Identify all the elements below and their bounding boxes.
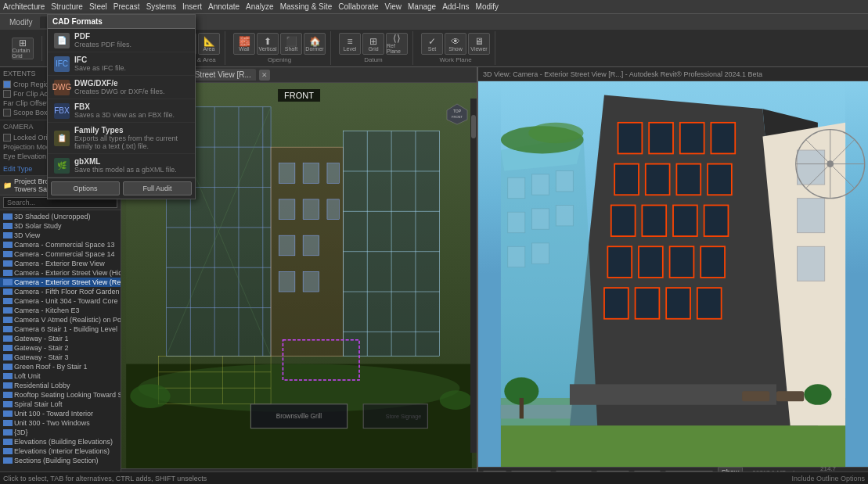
tree-item-3d-curly[interactable]: {3D} (0, 428, 121, 437)
ribbon-group-datum: ≡ Level ⊞ Grid ⟨⟩ Ref Plane Datum (334, 31, 413, 65)
pdf-icon: 📄 (54, 33, 70, 48)
menu-annotate[interactable]: Annotate (208, 2, 240, 11)
tree-item-loft-unit[interactable]: Loft Unit (0, 371, 121, 381)
tree-item-cam-unit304[interactable]: Camera - Unit 304 - Toward Core (0, 296, 121, 306)
dropdown-item-gbxml[interactable]: 🌿 gbXML Save this model as a gbXML file. (48, 154, 195, 177)
viewport-close-btn[interactable]: ✕ (259, 70, 270, 81)
tree-item-unit100[interactable]: Unit 100 - Toward Interior (0, 409, 121, 418)
menu-collaborate[interactable]: Collaborate (338, 2, 378, 11)
menu-manage[interactable]: Manage (408, 2, 436, 11)
svg-rect-68 (704, 205, 729, 236)
ribbon-btn-area[interactable]: 📐 Area (198, 33, 220, 55)
svg-point-102 (804, 384, 831, 404)
tree-icon (3, 223, 13, 229)
tree-icon (3, 232, 13, 238)
tree-item-elevations-building[interactable]: Elevations (Building Elevations) (0, 437, 121, 446)
tree-item-unit300[interactable]: Unit 300 - Two Windows (0, 418, 121, 428)
set-icon: ✓ (428, 37, 436, 46)
ribbon-btn-vertical[interactable]: ⬆ Vertical (257, 33, 279, 55)
dropdown-item-ifc[interactable]: IFC IFC Save as IFC file. (48, 52, 195, 76)
dropdown-item-dwg[interactable]: DWG DWG/DXF/e Creates DWG or DXF/e files… (48, 76, 195, 99)
scrollbar-thumb[interactable] (471, 115, 476, 138)
front-label: FRONT (278, 89, 320, 102)
tree-item-cam-v-atmed[interactable]: Camera V Atmed (Realistic) on Point Clou… (0, 315, 121, 324)
ribbon-btn-set[interactable]: ✓ Set (421, 33, 443, 55)
menu-addins[interactable]: Add-Ins (442, 2, 469, 11)
locked-orientation-checkbox[interactable] (3, 134, 11, 142)
tab-modify[interactable]: Modify (3, 16, 38, 28)
tree-item-green-roof[interactable]: Green Roof - By Stair 1 (0, 362, 121, 371)
include-options[interactable]: Include Outline Options (791, 475, 865, 482)
tree-item-gateway-stair3[interactable]: Gateway - Stair 3 (0, 353, 121, 362)
svg-rect-57 (618, 123, 643, 154)
tree-icon (3, 439, 13, 445)
tree-item-cam-comm14[interactable]: Camera - Commercial Space 14 (0, 249, 121, 259)
tree-item-3d-shaded[interactable]: 3D Shaded (Uncropped) (0, 212, 121, 221)
menu-structure[interactable]: Structure (51, 2, 83, 11)
crop-region-checkbox[interactable] (3, 81, 11, 88)
viewport-scrollbar-v[interactable] (470, 99, 477, 453)
tree-item-gateway-stair2[interactable]: Gateway - Stair 2 (0, 343, 121, 353)
svg-text:Brownsville Grill: Brownsville Grill (276, 413, 322, 420)
tree-item-cam-exterior-hidden[interactable]: Camera - Exterior Street View (Hidden) (0, 268, 121, 278)
ribbon-btn-curtain-grid[interactable]: ⊞ Curtain Grid (12, 38, 34, 59)
ribbon-btn-level[interactable]: ≡ Level (339, 33, 361, 55)
svg-rect-22 (279, 199, 295, 220)
project-tree: 3D Shaded (Uncropped) 3D Solar Study 3D … (0, 210, 121, 471)
menu-architecture[interactable]: Architecture (3, 2, 45, 11)
tree-item-cam-exterior-brew[interactable]: Camera - Exterior Brew View (0, 259, 121, 268)
svg-rect-65 (611, 205, 636, 236)
tree-icon (3, 364, 13, 370)
ribbon-btn-dormer[interactable]: 🏠 Dormer (304, 33, 326, 55)
top-menubar: Architecture Structure Steel Precast Sys… (0, 0, 868, 14)
dropdown-item-family[interactable]: 📋 Family Types Exports all types from th… (48, 123, 195, 154)
menu-massing[interactable]: Massing & Site (280, 2, 333, 11)
tree-item-cam-exterior-ready[interactable]: Camera - Exterior Street View (Ready) (0, 278, 121, 287)
tree-item-residential[interactable]: Residential Lobby (0, 381, 121, 390)
ribbon-btn-wall[interactable]: 🧱 Wall (233, 33, 255, 55)
grid-icon: ⊞ (369, 37, 377, 46)
right-viewport-canvas[interactable] (478, 81, 868, 467)
tree-item-cam-comm13[interactable]: Camera - Commercial Space 13 (0, 240, 121, 249)
tree-item-cam-kitchen[interactable]: Camera - Kitchen E3 (0, 306, 121, 315)
ribbon-btn-show[interactable]: 👁 Show (445, 33, 466, 55)
options-button[interactable]: Options (51, 181, 120, 195)
tree-item-elevations-interior[interactable]: Elevations (Interior Elevations) (0, 446, 121, 456)
tree-item-cam-fifth[interactable]: Camera - Fifth Floor Roof Garden (0, 287, 121, 296)
svg-point-104 (528, 123, 583, 143)
menu-view[interactable]: View (384, 2, 402, 11)
far-clip-label: Far Clip Offset (3, 99, 49, 107)
edit-type-link[interactable]: Edit Type (3, 165, 32, 173)
eye-elevation-label: Eye Elevation (3, 152, 46, 160)
area-icon: 📐 (203, 37, 215, 46)
tree-item-gateway-stair1[interactable]: Gateway - Stair 1 (0, 334, 121, 343)
tree-item-sections[interactable]: Sections (Building Section) (0, 456, 121, 465)
tree-item-spiral[interactable]: Spiral Stair Loft (0, 400, 121, 409)
tree-icon (3, 420, 13, 426)
svg-rect-82 (508, 212, 525, 232)
shaft-icon: ⬛ (286, 37, 297, 46)
menu-systems[interactable]: Systems (146, 2, 176, 11)
ribbon-btn-grid[interactable]: ⊞ Grid (362, 33, 384, 55)
menu-modify[interactable]: Modify (476, 2, 499, 11)
menu-insert[interactable]: Insert (182, 2, 202, 11)
scope-box-checkbox[interactable] (3, 109, 11, 117)
menu-analyze[interactable]: Analyze (246, 2, 274, 11)
nav-cube[interactable]: TOP FRONT (445, 102, 469, 127)
dropdown-item-pdf[interactable]: 📄 PDF Creates PDF files. (48, 29, 195, 52)
ribbon-btn-shaft[interactable]: ⬛ Shaft (280, 33, 302, 55)
svg-rect-85 (508, 246, 525, 267)
svg-point-50 (440, 390, 472, 410)
tree-item-3d-solar[interactable]: 3D Solar Study (0, 221, 121, 231)
ribbon-btn-viewer[interactable]: 🖥 Viewer (468, 33, 490, 55)
full-audit-button[interactable]: Full Audit (123, 181, 192, 195)
tree-item-rooftop[interactable]: Rooftop Seating Looking Toward Sundance (0, 390, 121, 400)
tree-item-cam-6-stair[interactable]: Camera 6 Stair 1 - Building Level (0, 324, 121, 334)
dropdown-item-fbx[interactable]: FBX FBX Saves a 3D view as an FBX file. (48, 99, 195, 123)
tree-icon (3, 373, 13, 379)
clip-active-checkbox[interactable] (3, 90, 11, 98)
tree-item-3d-view[interactable]: 3D View (0, 231, 121, 240)
ribbon-btn-ref-plane[interactable]: ⟨⟩ Ref Plane (386, 33, 408, 55)
menu-precast[interactable]: Precast (113, 2, 140, 11)
menu-steel[interactable]: Steel (89, 2, 107, 11)
